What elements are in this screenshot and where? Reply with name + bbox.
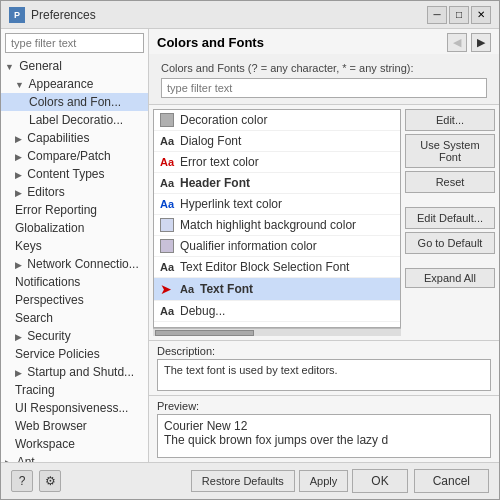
- sidebar-item-workspace[interactable]: Workspace: [1, 435, 148, 453]
- use-system-font-button[interactable]: Use System Font: [405, 134, 495, 168]
- sidebar-item-label: UI Responsiveness...: [15, 401, 128, 415]
- item-label: Match highlight background color: [180, 218, 394, 232]
- item-label: Text Font: [200, 282, 394, 296]
- sidebar-item-service-policies[interactable]: Service Policies: [1, 345, 148, 363]
- cancel-button[interactable]: Cancel: [414, 469, 489, 493]
- sidebar-item-keys[interactable]: Keys: [1, 237, 148, 255]
- item-label: Text Editor Block Selection Font: [180, 260, 394, 274]
- restore-defaults-button[interactable]: Restore Defaults: [191, 470, 295, 492]
- expand-icon: ▶: [15, 152, 22, 162]
- sidebar-item-label: Notifications: [15, 275, 80, 289]
- sidebar-item-security[interactable]: ▶ Security: [1, 327, 148, 345]
- list-item[interactable]: Qualifier information color: [154, 236, 400, 257]
- expand-icon: ▶: [15, 170, 22, 180]
- expand-icon: ▼: [15, 80, 24, 90]
- list-item[interactable]: Aa Error text color: [154, 152, 400, 173]
- aa-icon: Aa: [160, 305, 174, 317]
- panel-filter-input[interactable]: [161, 78, 487, 98]
- sidebar-item-general[interactable]: ▼ General: [1, 57, 148, 75]
- sidebar-item-label: Web Browser: [15, 419, 87, 433]
- expand-icon: ▶: [15, 188, 22, 198]
- window-controls: ─ □ ✕: [427, 6, 491, 24]
- aa-icon: Aa: [160, 156, 174, 168]
- go-to-default-button[interactable]: Go to Default: [405, 232, 495, 254]
- sidebar-item-search[interactable]: Search: [1, 309, 148, 327]
- edit-default-button[interactable]: Edit Default...: [405, 207, 495, 229]
- tree-area: ▼ General ▼ Appearance Colors and Fon...…: [1, 57, 148, 462]
- sidebar-item-content-types[interactable]: ▶ Content Types: [1, 165, 148, 183]
- bottom-right-actions: Restore Defaults Apply OK Cancel: [191, 469, 489, 493]
- action-buttons: Edit... Use System Font Reset Edit Defau…: [405, 109, 495, 336]
- sidebar-item-network[interactable]: ▶ Network Connectio...: [1, 255, 148, 273]
- preview-section: Preview: Courier New 12 The quick brown …: [149, 395, 499, 462]
- sidebar-item-label: Workspace: [15, 437, 75, 451]
- list-item[interactable]: Aa Dialog Font: [154, 131, 400, 152]
- maximize-button[interactable]: □: [449, 6, 469, 24]
- sidebar-item-web-browser[interactable]: Web Browser: [1, 417, 148, 435]
- sidebar-item-error-reporting[interactable]: Error Reporting: [1, 201, 148, 219]
- list-item[interactable]: Aa Debug...: [154, 301, 400, 322]
- preview-line1: Courier New 12: [164, 419, 484, 433]
- ok-button[interactable]: OK: [352, 469, 407, 493]
- item-label: Dialog Font: [180, 134, 394, 148]
- sidebar-item-perspectives[interactable]: Perspectives: [1, 291, 148, 309]
- list-item[interactable]: Aa Hyperlink text color: [154, 194, 400, 215]
- sidebar-item-label: Label Decoratio...: [29, 113, 123, 127]
- sidebar-item-ant[interactable]: ▶ Ant: [1, 453, 148, 462]
- sidebar-item-label: Globalization: [15, 221, 84, 235]
- expand-icon: ▶: [15, 260, 22, 270]
- nav-back-button[interactable]: ◀: [447, 33, 467, 52]
- sidebar-filter-input[interactable]: [5, 33, 144, 53]
- edit-button[interactable]: Edit...: [405, 109, 495, 131]
- horizontal-scrollbar[interactable]: [153, 328, 401, 336]
- description-section: Description: The text font is used by te…: [149, 340, 499, 395]
- list-item[interactable]: Aa Text Editor Block Selection Font: [154, 257, 400, 278]
- list-item-text-font[interactable]: ➤ Aa Text Font: [154, 278, 400, 301]
- sidebar-item-editors[interactable]: ▶ Editors: [1, 183, 148, 201]
- settings-icon-button[interactable]: ⚙: [39, 470, 61, 492]
- list-item[interactable]: Decoration color: [154, 110, 400, 131]
- list-item[interactable]: Aa Header Font: [154, 173, 400, 194]
- sidebar-item-label: Network Connectio...: [27, 257, 138, 271]
- expand-icon: ▶: [15, 134, 22, 144]
- preferences-window: P Preferences ─ □ ✕ ▼ General ▼ Appearan…: [0, 0, 500, 500]
- sidebar-item-tracing[interactable]: Tracing: [1, 381, 148, 399]
- sidebar-item-globalization[interactable]: Globalization: [1, 219, 148, 237]
- sidebar-item-notifications[interactable]: Notifications: [1, 273, 148, 291]
- preview-line2: The quick brown fox jumps over the lazy …: [164, 433, 484, 447]
- close-button[interactable]: ✕: [471, 6, 491, 24]
- list-section: Decoration color Aa Dialog Font Aa Error…: [153, 109, 401, 336]
- list-item[interactable]: Match highlight background color: [154, 215, 400, 236]
- sidebar-item-colors-fonts[interactable]: Colors and Fon...: [1, 93, 148, 111]
- spacer: [405, 257, 495, 265]
- sidebar-item-appearance[interactable]: ▼ Appearance: [1, 75, 148, 93]
- window-title: Preferences: [31, 8, 427, 22]
- sidebar-item-label: Editors: [27, 185, 64, 199]
- expand-icon: ▼: [5, 62, 14, 72]
- sidebar-item-label-decorations[interactable]: Label Decoratio...: [1, 111, 148, 129]
- expand-all-button[interactable]: Expand All: [405, 268, 495, 288]
- item-label: Qualifier information color: [180, 239, 394, 253]
- sidebar-item-startup[interactable]: ▶ Startup and Shutd...: [1, 363, 148, 381]
- nav-forward-button[interactable]: ▶: [471, 33, 491, 52]
- sidebar-item-label: Error Reporting: [15, 203, 97, 217]
- item-label: Decoration color: [180, 113, 394, 127]
- sidebar-item-label: Perspectives: [15, 293, 84, 307]
- item-label: Error text color: [180, 155, 394, 169]
- window-icon: P: [9, 7, 25, 23]
- panel-filter-section: Colors and Fonts (? = any character, * =…: [149, 54, 499, 105]
- minimize-button[interactable]: ─: [427, 6, 447, 24]
- reset-button[interactable]: Reset: [405, 171, 495, 193]
- scrollbar-thumb: [155, 330, 254, 336]
- sidebar-item-capabilities[interactable]: ▶ Capabilities: [1, 129, 148, 147]
- colors-fonts-list[interactable]: Decoration color Aa Dialog Font Aa Error…: [153, 109, 401, 328]
- sidebar-item-label: Search: [15, 311, 53, 325]
- help-icon-button[interactable]: ?: [11, 470, 33, 492]
- sidebar-item-label: Content Types: [27, 167, 104, 181]
- title-bar: P Preferences ─ □ ✕: [1, 1, 499, 29]
- sidebar-item-compare-patch[interactable]: ▶ Compare/Patch: [1, 147, 148, 165]
- item-label: Debug...: [180, 304, 394, 318]
- sidebar-item-ui-responsiveness[interactable]: UI Responsiveness...: [1, 399, 148, 417]
- apply-button[interactable]: Apply: [299, 470, 349, 492]
- bottom-left-icons: ? ⚙: [11, 470, 61, 492]
